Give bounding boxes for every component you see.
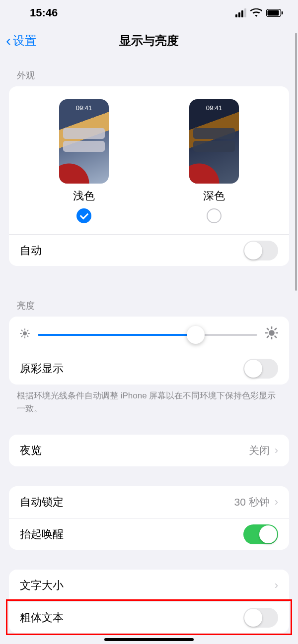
svg-point-3: [23, 331, 27, 335]
svg-line-20: [275, 328, 277, 330]
svg-line-11: [27, 330, 28, 331]
auto-lock-label: 自动锁定: [20, 495, 64, 510]
dark-label: 深色: [203, 189, 225, 203]
svg-line-8: [22, 330, 23, 331]
chevron-right-icon: ›: [275, 444, 278, 457]
appearance-option-light[interactable]: 09:41 浅色: [59, 99, 109, 223]
svg-rect-2: [282, 11, 283, 14]
page-title: 显示与亮度: [0, 33, 298, 49]
svg-line-18: [275, 336, 277, 338]
true-tone-label: 原彩显示: [20, 361, 64, 376]
appearance-option-dark[interactable]: 09:41 深色: [189, 99, 239, 223]
bold-text-label: 粗体文本: [20, 610, 64, 625]
bold-text-toggle[interactable]: [243, 608, 278, 628]
svg-point-12: [269, 330, 275, 336]
navigation-bar: ‹ 设置 显示与亮度: [0, 26, 298, 56]
brightness-slider[interactable]: [38, 334, 257, 336]
status-right: [235, 8, 283, 17]
lock-group: 自动锁定 30 秒钟 › 抬起唤醒: [9, 486, 289, 550]
scroll-indicator: [295, 33, 297, 291]
back-label: 设置: [13, 33, 37, 49]
auto-lock-row[interactable]: 自动锁定 30 秒钟 ›: [9, 486, 289, 518]
light-radio[interactable]: [76, 208, 91, 223]
home-indicator: [104, 638, 194, 641]
brightness-header: 亮度: [0, 286, 298, 317]
battery-icon: [266, 9, 283, 17]
true-tone-note: 根据环境光线条件自动调整 iPhone 屏幕以在不同环境下保持色彩显示一致。: [0, 385, 298, 415]
text-size-row[interactable]: 文字大小 ›: [9, 570, 289, 601]
sun-large-icon: [265, 326, 278, 343]
true-tone-toggle[interactable]: [243, 359, 278, 379]
night-shift-value: 关闭: [249, 444, 270, 457]
back-button[interactable]: ‹ 设置: [6, 33, 37, 49]
svg-rect-1: [268, 10, 279, 16]
chevron-left-icon: ‹: [6, 33, 11, 48]
auto-lock-value: 30 秒钟: [234, 495, 269, 509]
raise-to-wake-label: 抬起唤醒: [20, 527, 64, 542]
light-mode-preview: 09:41: [59, 99, 109, 184]
raise-to-wake-row: 抬起唤醒: [9, 518, 289, 550]
chevron-right-icon: ›: [275, 579, 278, 592]
wifi-icon: [250, 8, 262, 17]
night-shift-label: 夜览: [20, 443, 42, 458]
night-shift-row[interactable]: 夜览 关闭 ›: [9, 435, 289, 466]
night-shift-group: 夜览 关闭 ›: [9, 435, 289, 466]
dark-radio[interactable]: [207, 208, 222, 223]
brightness-group: 原彩显示: [9, 317, 289, 385]
automatic-appearance-row: 自动: [9, 234, 289, 266]
chevron-right-icon: ›: [275, 496, 278, 509]
text-size-label: 文字大小: [20, 578, 64, 593]
dark-mode-preview: 09:41: [189, 99, 239, 184]
svg-line-17: [267, 328, 269, 330]
svg-line-19: [267, 336, 269, 338]
brightness-slider-thumb[interactable]: [187, 326, 205, 344]
status-bar: 15:46: [0, 0, 298, 26]
automatic-label: 自动: [20, 243, 42, 258]
cellular-signal-icon: [235, 8, 246, 17]
raise-to-wake-toggle[interactable]: [243, 524, 278, 544]
true-tone-row: 原彩显示: [9, 353, 289, 385]
appearance-header: 外观: [0, 56, 298, 86]
svg-line-10: [22, 336, 23, 337]
status-time: 15:46: [30, 6, 58, 19]
appearance-group: 09:41 浅色 09:41 深色 自动: [9, 86, 289, 266]
text-group: 文字大小 › 粗体文本: [9, 570, 289, 633]
sun-small-icon: [20, 328, 30, 341]
light-label: 浅色: [73, 189, 95, 203]
brightness-slider-row: [9, 317, 289, 353]
bold-text-row: 粗体文本: [9, 601, 289, 633]
svg-line-9: [27, 336, 28, 337]
automatic-toggle[interactable]: [243, 241, 278, 260]
